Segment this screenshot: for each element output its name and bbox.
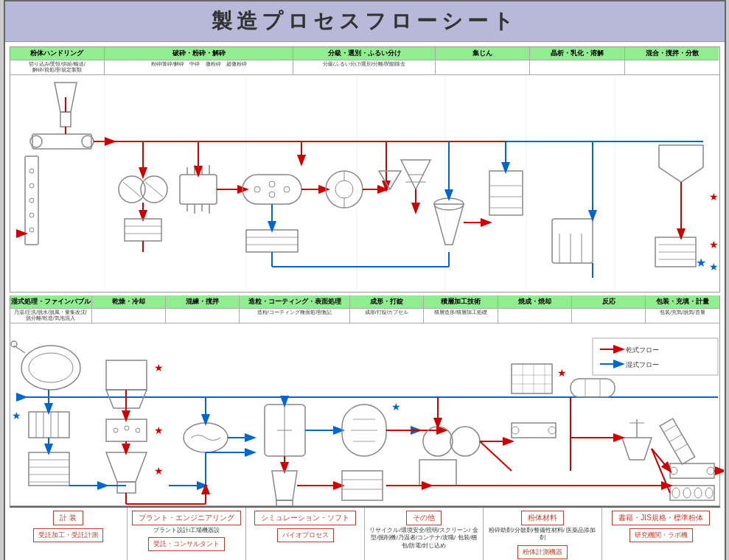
svg-text:★: ★ [696,256,706,269]
plant-button[interactable]: プラント・エンジニアリング [132,511,241,525]
svg-text:★: ★ [709,261,719,273]
svg-text:★: ★ [154,424,164,436]
svg-line-187 [669,434,681,441]
svg-line-177 [652,449,670,471]
ph-reaction: 反応 [572,295,646,323]
ph-dust: 集じん [436,47,531,74]
ph-wet-sub: 乃温/圧洗/脱水/脱風・量集改沈/脱分離/乾造/気泡混入 [10,309,91,323]
nav-simulation: シミュレーション・ソフト バイオプロセス [246,508,365,560]
svg-point-171 [707,467,714,475]
ph-molding-title: 成形・打錠 [350,295,423,309]
ph-dryCool: 乾燥・冷却 [92,295,166,323]
other-text: リサイクル/環境安全/照明/スクリーン/ 金型/掘削機/乃温者/コンテナ/攻職/… [369,527,478,550]
svg-rect-61 [489,171,523,215]
ph-packing-sub: 包装/充気/脱気/首量 [646,309,719,316]
svg-text:乾式フロー: 乾式フロー [626,346,659,354]
ph-analysis: 晶析・乳化・溶解 [530,47,625,74]
powder-material-text: 粉砕助剤/分散剤/整備性材料/ 医薬品添加剤 [488,527,597,542]
svg-point-175 [694,488,702,498]
svg-rect-185 [660,419,694,464]
ph-wet-title: 湿式処理・ファインバブル [10,295,91,309]
svg-line-150 [480,441,512,471]
ph-dust-sub [436,60,530,62]
ph-molding-sub: 成形/打錠/カプセル [350,309,423,316]
svg-point-173 [672,488,680,498]
books-button[interactable]: 書籍・JIS規格・標準粉体 [612,511,709,525]
ph-dryCool-sub [92,309,165,310]
simulation-sub-button[interactable]: バイオプロセス [277,528,334,542]
svg-rect-154 [512,364,552,393]
svg-text:★: ★ [12,410,21,421]
svg-point-43 [254,186,260,192]
ph-packing-title: 包装・充填・計量 [646,295,719,309]
powder-material-button[interactable]: 粉体材料 [521,511,564,525]
svg-text:★: ★ [154,362,164,374]
svg-point-153 [548,427,556,434]
svg-point-170 [670,467,677,475]
ph-granule-sub: 造粒/コーティング種面処理/激記 [240,309,349,316]
bottom-navigation: 計 装 受託加工・受託計測 プラント・エンジニアリング プラント設計/工場機器設… [10,506,720,560]
svg-point-96 [29,353,73,382]
top-flow-diagram: ★ ★ ★ ★ [10,75,720,293]
ph-crushing: 破砕・粉砕・解砕 粉砕/算砕/解砕 中砕 微粉砕 超微粉砕 [105,47,293,74]
powder-measurement-button[interactable]: 粉体計測機器 [517,545,568,559]
svg-rect-114 [106,360,147,390]
svg-rect-42 [243,175,301,204]
bottom-process-headers: 湿式処理・ファインバブル 乃温/圧洗/脱水/脱風・量集改沈/脱分離/乾造/気泡混… [10,295,720,323]
svg-rect-151 [512,423,556,438]
ph-mixing: 混合・撹拌・分散 [625,47,719,74]
bottom-flow-svg: ★ ★ ★ [10,323,724,506]
svg-point-13 [29,183,34,188]
bottom-flow-diagram: ★ ★ ★ [10,323,720,506]
books-sub-button[interactable]: 研究機関・ラボ機 [629,528,693,542]
top-process-headers: 粉体ハンドリング 切り込み/受領/供給/輸送/解砕/前処理/規定製類 破砕・粉砕… [10,46,720,75]
ph-additive-title: 積層加工技術 [424,295,497,309]
simulation-button[interactable]: シミュレーション・ソフト [254,511,356,525]
ph-additive-sub: 積層造形/積層加工処礎 [424,309,497,316]
ph-analysis-title: 晶析・乳化・溶解 [530,47,624,60]
plant-sub-button[interactable]: 受託・コンサルタント [148,537,225,551]
svg-text:湿式フロー: 湿式フロー [626,361,659,368]
ph-firing-sub [498,309,571,310]
keisou-sub-button[interactable]: 受託加工・受託計測 [33,528,103,542]
ph-packing: 包装・充填・計量 包装/充気/脱気/首量 [646,295,719,323]
svg-rect-169 [670,463,714,478]
ph-firing-title: 焼成・焼却 [498,295,571,309]
svg-marker-74 [659,145,703,182]
svg-rect-204 [342,471,383,500]
svg-rect-148 [419,460,456,486]
top-flow-svg: ★ ★ ★ ★ [10,75,724,293]
ph-crushing-sub: 粉砕/算砕/解砕 中砕 微粉砕 超微粉砕 [105,60,293,68]
svg-rect-27 [125,219,161,241]
svg-point-95 [21,346,80,390]
page-container: 製造プロセスフローシート 粉体ハンドリング 切り込み/受領/供給/輸送/解砕/前… [4,0,726,560]
svg-line-186 [663,424,676,432]
ph-mixing-sub [625,60,719,62]
svg-point-120 [136,428,140,433]
svg-rect-31 [180,175,217,204]
other-button[interactable]: その他 [406,511,442,525]
svg-point-45 [284,186,290,192]
ph-separation-sub: 分級/ふるい分け/選別/分離/閉鎖除去 [293,60,434,68]
ph-knead-sub [166,309,239,310]
ph-knead: 混練・撹拌 [166,295,240,323]
nav-powder-material: 粉体材料 粉砕助剤/分散剤/整備性材料/ 医薬品添加剤 粉体計測機器 分析設備/… [484,508,602,560]
keisou-button[interactable]: 計 装 [53,511,83,525]
ph-reaction-title: 反応 [572,295,645,309]
svg-point-49 [335,181,353,198]
nav-plant: プラント・エンジニアリング プラント設計/工場機器設 受託・コンサルタント [128,508,246,560]
svg-point-119 [125,426,129,430]
svg-marker-123 [106,452,147,482]
ph-powder-sub: 切り込み/受領/供給/輸送/解砕/前処理/規定製類 [10,60,105,74]
svg-point-15 [29,213,34,217]
svg-point-118 [114,428,118,433]
ph-separation-title: 分級・選別・ふるい分け [293,47,434,60]
ph-reaction-sub [572,309,645,310]
svg-rect-198 [276,500,293,506]
svg-point-46 [269,192,275,197]
svg-rect-124 [117,482,136,493]
svg-rect-67 [552,219,593,263]
svg-point-174 [683,488,691,498]
svg-rect-104 [29,452,69,486]
svg-rect-161 [571,379,615,397]
